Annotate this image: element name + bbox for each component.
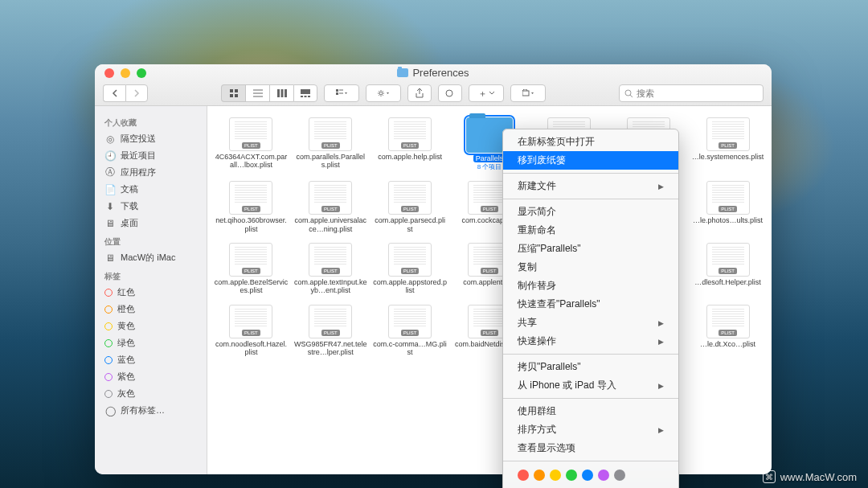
- toolbar: ＋: [95, 82, 772, 105]
- recent-icon: 🕘: [104, 150, 116, 162]
- menu-item[interactable]: 压缩"Parallels": [503, 240, 678, 258]
- forward-button[interactable]: [125, 84, 148, 102]
- list-view-button[interactable]: [245, 84, 269, 102]
- sidebar-tag[interactable]: 蓝色: [95, 351, 207, 368]
- favorites-header: 个人收藏: [95, 113, 207, 130]
- share-button[interactable]: [407, 84, 432, 102]
- sidebar-tag[interactable]: 绿色: [95, 334, 207, 351]
- sidebar-tag[interactable]: 黄色: [95, 318, 207, 334]
- plist-icon: PLIST: [229, 181, 272, 215]
- new-folder-button[interactable]: ＋: [469, 84, 504, 102]
- file-item[interactable]: PLIST…le.systemences.plist: [689, 114, 767, 174]
- downloads-icon: ⬇: [104, 201, 116, 212]
- imac-icon: 🖥: [104, 252, 116, 264]
- file-item[interactable]: PLISTcom.apple.textInput.keyb…ent.plist: [292, 240, 370, 298]
- apps-icon: Ⓐ: [104, 167, 116, 178]
- svg-rect-7: [308, 96, 310, 97]
- menu-item[interactable]: 在新标签页中打开: [503, 133, 678, 151]
- file-item[interactable]: PLIST4C6364ACXT.com.parall…lbox.plist: [212, 114, 290, 174]
- svg-rect-3: [235, 94, 238, 97]
- group-button[interactable]: [324, 84, 359, 102]
- menu-item[interactable]: 快速操作▶: [503, 332, 678, 351]
- sidebar-item-downloads[interactable]: ⬇下载: [95, 198, 207, 215]
- menu-item[interactable]: 拷贝"Parallels": [503, 358, 678, 376]
- icon-view-button[interactable]: [221, 84, 245, 102]
- sidebar-item-recent[interactable]: 🕘最近项目: [95, 147, 207, 164]
- file-item[interactable]: PLISTnet.qihoo.360browser.plist: [212, 178, 290, 236]
- titlebar: Preferences ＋: [95, 64, 772, 106]
- minimize-button[interactable]: [121, 68, 130, 78]
- column-view-button[interactable]: [269, 84, 293, 102]
- menu-separator: [503, 398, 678, 399]
- close-button[interactable]: [104, 68, 114, 78]
- menu-separator: [503, 173, 678, 174]
- file-item[interactable]: PLISTcom.apple.universalacce…ning.plist: [292, 178, 370, 236]
- sidebar-tag[interactable]: 橙色: [95, 301, 207, 318]
- file-item[interactable]: PLISTcom.apple.parsecd.plist: [371, 178, 449, 236]
- tag-dot-icon: [104, 339, 113, 347]
- menu-item[interactable]: 新建文件▶: [503, 177, 678, 195]
- tag-color[interactable]: [566, 470, 577, 481]
- svg-rect-8: [336, 89, 338, 92]
- all-tags[interactable]: ◯所有标签…: [95, 402, 207, 419]
- tags-button[interactable]: [438, 84, 462, 102]
- title-text: Preferences: [412, 67, 469, 79]
- sidebar-location[interactable]: 🖥MacW的 iMac: [95, 249, 207, 266]
- file-item[interactable]: PLIST…le.photos…ults.plist: [689, 178, 767, 236]
- file-item[interactable]: PLISTcom.apple.help.plist: [371, 114, 449, 174]
- file-item[interactable]: PLISTcom.noodlesoft.Hazel.plist: [212, 301, 290, 360]
- tag-color[interactable]: [518, 470, 529, 481]
- airdrop-icon: ◎: [104, 133, 116, 145]
- svg-rect-9: [336, 92, 338, 95]
- file-item[interactable]: PLISTcom.apple.BezelServices.plist: [212, 240, 290, 298]
- sidebar-item-apps[interactable]: Ⓐ应用程序: [95, 164, 207, 181]
- tag-color[interactable]: [550, 470, 561, 481]
- plist-icon: PLIST: [229, 243, 272, 277]
- sidebar-tag[interactable]: 紫色: [95, 368, 207, 385]
- file-item[interactable]: PLIST…le.dt.Xco…plist: [689, 301, 767, 360]
- menu-item[interactable]: 显示简介: [503, 203, 678, 221]
- search-field[interactable]: [619, 84, 764, 102]
- sidebar-item-docs[interactable]: 📄文稿: [95, 181, 207, 198]
- menu-item[interactable]: 共享▶: [503, 314, 678, 332]
- sidebar-tag[interactable]: 灰色: [95, 385, 207, 402]
- sidebar-tag[interactable]: 红色: [95, 284, 207, 301]
- file-item[interactable]: PLISTcom.c-comma…MG.plist: [371, 301, 449, 360]
- action-button[interactable]: [366, 84, 401, 102]
- tag-color[interactable]: [598, 470, 609, 481]
- zoom-button[interactable]: [137, 68, 146, 78]
- all-tags-icon: ◯: [104, 405, 116, 416]
- tags-header: 标签: [95, 266, 207, 284]
- menu-item[interactable]: 排序方式▶: [503, 420, 678, 439]
- menu-item[interactable]: 快速查看"Parallels": [503, 295, 678, 314]
- menu-item[interactable]: 从 iPhone 或 iPad 导入▶: [503, 376, 678, 395]
- submenu-arrow-icon: ▶: [658, 426, 664, 434]
- search-input[interactable]: [637, 88, 758, 98]
- file-item[interactable]: PLISTcom.apple.appstored.plist: [371, 240, 449, 298]
- submenu-arrow-icon: ▶: [658, 182, 664, 191]
- menu-item[interactable]: 制作替身: [503, 277, 678, 295]
- menu-item[interactable]: 使用群组: [503, 402, 678, 420]
- path-button[interactable]: [510, 84, 546, 102]
- tag-color[interactable]: [534, 470, 545, 481]
- tag-dot-icon: [104, 373, 113, 381]
- sidebar-item-airdrop[interactable]: ◎隔空投送: [95, 130, 207, 147]
- menu-separator: [503, 461, 678, 461]
- back-button[interactable]: [103, 84, 125, 102]
- file-item[interactable]: PLISTcom.parallels.Parallels.plist: [292, 114, 370, 174]
- plist-icon: PLIST: [706, 305, 750, 338]
- menu-item[interactable]: 重新命名: [503, 221, 678, 240]
- gallery-view-button[interactable]: [293, 84, 317, 102]
- file-item[interactable]: PLISTWSG985FR47.net.telestre…lper.plist: [292, 301, 370, 360]
- tag-color[interactable]: [582, 470, 593, 481]
- menu-item[interactable]: 复制: [503, 258, 678, 277]
- watermark-text: www.MacW.com: [780, 471, 857, 483]
- tag-color[interactable]: [614, 470, 625, 481]
- menu-item[interactable]: 移到废纸篓: [503, 151, 678, 170]
- menu-item[interactable]: 查看显示选项: [503, 439, 678, 457]
- sidebar-item-desktop[interactable]: 🖥桌面: [95, 215, 207, 232]
- file-grid-area[interactable]: PLIST4C6364ACXT.com.parall…lbox.plistPLI…: [207, 106, 772, 474]
- file-item[interactable]: PLIST…dlesoft.Helper.plist: [689, 240, 767, 298]
- plist-icon: PLIST: [388, 181, 432, 215]
- svg-rect-2: [230, 94, 233, 97]
